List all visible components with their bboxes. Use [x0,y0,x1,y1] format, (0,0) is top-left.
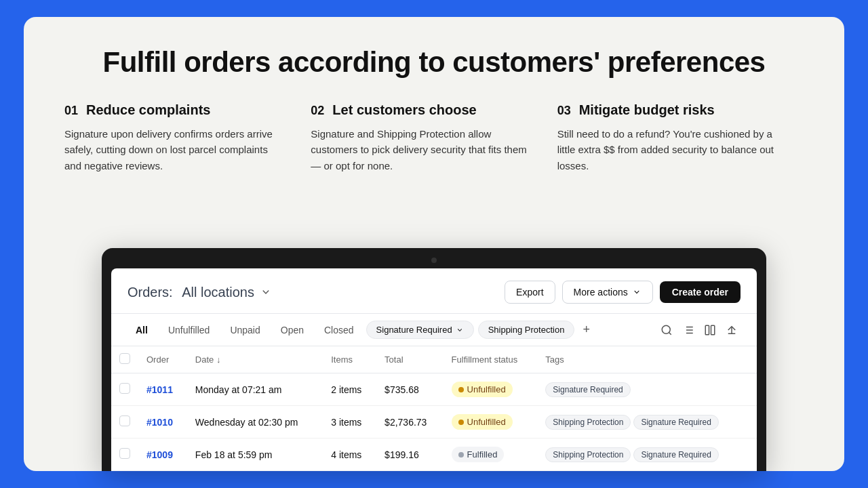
row-tags: Shipping ProtectionSignature Required [537,406,757,439]
header-actions: Export More actions Create order [505,281,741,304]
status-dot-icon [458,452,464,458]
row-checkbox[interactable] [119,448,130,459]
fulfillment-badge: Unfulfilled [452,414,513,430]
row-items: 2 items [323,373,376,406]
filter-tabs: All Unfulfilled Unpaid Open Closed Signa… [111,314,757,346]
row-total: $2,736.73 [376,406,443,439]
laptop-wrapper: Orders: All locations Export More action… [64,198,804,471]
order-link[interactable]: #1009 [146,449,173,460]
table-row: #1009 Feb 18 at 5:59 pm 4 items $199.16 … [111,439,757,471]
col-tags: Tags [537,346,757,373]
svg-line-1 [669,332,671,334]
row-items: 4 items [323,439,376,471]
features-section: 01 Reduce complaints Signature upon deli… [64,102,804,174]
order-link[interactable]: #1010 [146,417,173,428]
tab-unpaid[interactable]: Unpaid [222,321,268,339]
fulfillment-badge: Fulfilled [452,447,505,462]
col-fulfillment-status: Fulfillment status [443,346,538,373]
laptop-screen: Orders: All locations Export More action… [111,268,757,471]
tag-pill: Shipping Protection [545,447,631,462]
row-order: #1011 [138,373,187,406]
col-date: Date ↓ [187,346,323,373]
tag-pill: Signature Required [633,447,718,462]
tab-closed[interactable]: Closed [316,321,362,339]
add-filter-button[interactable]: + [578,323,594,337]
feature-3: 03 Mitigate budget risks Still need to d… [557,102,804,174]
row-total: $199.16 [376,439,443,471]
feature-2: 02 Let customers choose Signature and Sh… [311,102,557,174]
more-actions-button[interactable]: More actions [562,281,653,304]
row-order: #1010 [138,406,187,439]
laptop: Orders: All locations Export More action… [102,248,766,471]
row-tags: Shipping ProtectionSignature Required [537,439,757,471]
feature-3-label: Mitigate budget risks [579,102,715,118]
row-checkbox-cell [111,373,138,406]
row-tags: Signature Required [537,373,757,406]
table-row: #1011 Monday at 07:21 am 2 items $735.68… [111,373,757,406]
status-dot-icon [458,420,464,425]
row-checkbox[interactable] [119,415,130,426]
row-fulfillment-status: Unfulfilled [443,373,538,406]
feature-1-label: Reduce complaints [86,102,210,118]
feature-3-num: 03 [557,104,571,118]
tab-open[interactable]: Open [273,321,312,339]
svg-point-0 [662,325,670,333]
tab-unfulfilled[interactable]: Unfulfilled [160,321,218,339]
col-items: Items [323,346,376,373]
feature-3-desc: Still need to do a refund? You're cushio… [557,126,776,174]
row-items: 3 items [323,406,376,439]
feature-2-desc: Signature and Shipping Protection allow … [311,126,530,174]
col-checkbox [111,346,138,373]
filter-icon [682,324,694,336]
col-total: Total [376,346,443,373]
more-actions-chevron-icon [632,287,642,297]
row-date: Wednesday at 02:30 pm [187,406,323,439]
create-order-button[interactable]: Create order [660,281,741,303]
row-date: Feb 18 at 5:59 pm [187,439,323,471]
signature-pill-chevron-icon [456,326,464,334]
main-card: Fulfill orders according to customers' p… [24,17,844,471]
feature-1-num: 01 [64,104,78,118]
svg-rect-9 [711,325,715,335]
row-checkbox[interactable] [119,383,130,394]
row-total: $735.68 [376,373,443,406]
orders-header: Orders: All locations Export More action… [111,268,757,314]
row-fulfillment-status: Unfulfilled [443,406,538,439]
orders-table: Order Date ↓ Items Total Fulfillment sta… [111,346,757,471]
filter-button[interactable] [679,321,697,339]
orders-title-section: Orders: All locations [127,285,272,300]
orders-location: All locations [182,285,254,300]
feature-1-desc: Signature upon delivery confirms orders … [64,126,283,174]
feature-2-num: 02 [311,104,324,118]
tab-all[interactable]: All [127,321,156,339]
row-fulfillment-status: Fulfilled [443,439,538,471]
location-chevron-icon[interactable] [260,286,272,298]
tag-pill: Signature Required [633,415,718,430]
export-button[interactable]: Export [505,281,555,304]
select-all-checkbox[interactable] [119,353,130,364]
search-icon [660,324,673,336]
row-checkbox-cell [111,439,138,471]
col-order: Order [138,346,187,373]
row-date: Monday at 07:21 am [187,373,323,406]
tab-tools [658,321,741,339]
laptop-camera [431,258,437,263]
tab-pill-shipping[interactable]: Shipping Protection [478,321,575,339]
tag-pill: Signature Required [545,382,630,397]
status-dot-icon [458,387,464,392]
tab-pill-signature[interactable]: Signature Required [366,321,474,339]
columns-icon [704,324,716,336]
order-link[interactable]: #1011 [146,384,173,395]
feature-1: 01 Reduce complaints Signature upon deli… [64,102,311,174]
sort-icon [726,324,738,336]
table-row: #1010 Wednesday at 02:30 pm 3 items $2,7… [111,406,757,439]
row-checkbox-cell [111,406,138,439]
sort-button[interactable] [723,321,741,339]
fulfillment-badge: Unfulfilled [452,382,513,397]
tag-pill: Shipping Protection [545,415,631,430]
search-button[interactable] [658,321,675,339]
feature-2-label: Let customers choose [332,102,476,118]
columns-button[interactable] [701,321,719,339]
orders-label: Orders: [127,285,173,300]
row-order: #1009 [138,439,187,471]
